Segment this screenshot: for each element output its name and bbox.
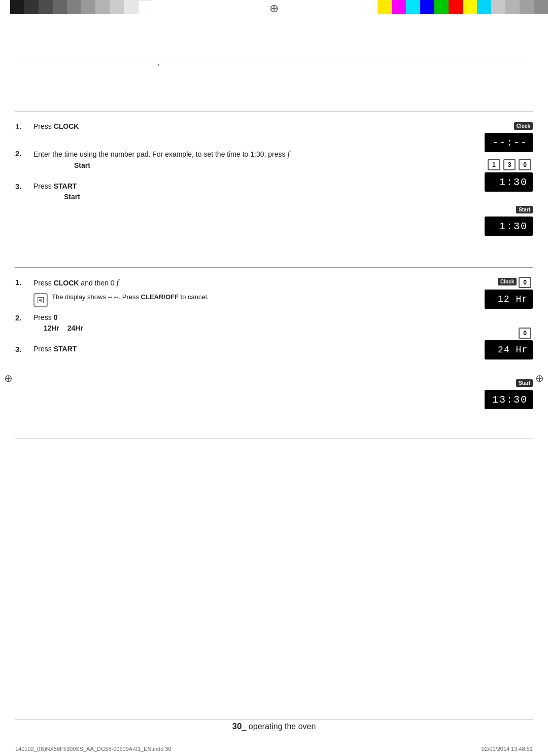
step-b1-text: Press CLOCK and then 0 f <box>33 277 469 289</box>
panel-b3: Start 13:30 <box>485 378 533 409</box>
step-a2-text: Enter the time using the number pad. For… <box>33 148 469 171</box>
display-a1: --:-- <box>485 133 533 152</box>
swatch-lighter <box>124 0 138 14</box>
step-b1-keyword: CLOCK <box>54 279 79 287</box>
step-a2-italic: f <box>287 150 289 158</box>
step-b1-italic: f <box>116 278 118 287</box>
swatch-gray2 <box>491 0 505 14</box>
section-b-divider-bottom <box>15 439 533 439</box>
page-text: _ operating the oven <box>242 722 316 731</box>
step-b2-12hr: 12Hr <box>44 324 59 332</box>
swatch-white <box>138 0 152 14</box>
display-b2: 24 Hr <box>485 340 533 359</box>
footer-rule <box>15 719 533 719</box>
badge-b2-0: 0 <box>519 328 531 339</box>
footer-bottom: 140102_(IB)NX58F5300SS_AA_DG68-00509A-01… <box>15 746 533 752</box>
panel-b2: 0 24 Hr <box>485 328 533 359</box>
swatch-gray5 <box>534 0 548 14</box>
registration-mark-left: ⊕ <box>4 372 13 384</box>
swatch-black <box>10 0 24 14</box>
panel-a2: 1 3 0 1:30 <box>485 159 533 192</box>
section-a-divider-bottom <box>15 267 533 268</box>
footer-date: 02/01/2014 13:48:51 <box>482 746 533 752</box>
badge-b1-0: 0 <box>519 277 531 288</box>
swatch-red <box>449 0 463 14</box>
step-a3: 3. Press START Start <box>15 181 469 202</box>
swatch-cyan2 <box>477 0 491 14</box>
footer-text: 30_ operating the oven <box>232 722 316 732</box>
badge-0: 0 <box>519 159 531 170</box>
clock-btn-label-a1: Clock <box>514 122 533 130</box>
swatch-light1 <box>81 0 95 14</box>
step-a1-keyword: CLOCK <box>54 122 79 130</box>
main-content: 1. Press CLOCK 2. Enter the time using t… <box>15 71 533 715</box>
clearoff-keyword: CLEAR/OFF <box>141 293 179 301</box>
swatch-dark3 <box>53 0 67 14</box>
step-a2-start: Start <box>74 161 90 169</box>
display-b1: 12 Hr <box>485 290 533 309</box>
panel-a3: Start 1:30 <box>485 205 533 236</box>
swatch-green <box>434 0 449 14</box>
step-b3-text: Press START <box>33 344 469 354</box>
note-text: The display shows -- --. Press CLEAR/OFF… <box>52 293 209 301</box>
step-b3-num: 3. <box>15 344 33 353</box>
display-a2: 1:30 <box>485 172 533 192</box>
step-a3-keyword: START <box>54 182 77 190</box>
step-a2-num: 2. <box>15 148 33 158</box>
registration-mark-top: ⊕ <box>269 2 279 15</box>
display-b3: 13:30 <box>485 390 533 409</box>
swatch-light3 <box>110 0 124 14</box>
badge-1: 1 <box>488 159 500 170</box>
step-a3-text: Press START Start <box>33 181 469 202</box>
swatch-gray <box>67 0 81 14</box>
swatch-dark2 <box>39 0 53 14</box>
swatch-yellow <box>378 0 392 14</box>
step-b2: 2. Press 0 12Hr 24Hr <box>15 312 469 334</box>
swatch-blue <box>420 0 434 14</box>
swatch-magenta <box>392 0 406 14</box>
step-a2: 2. Enter the time using the number pad. … <box>15 148 469 171</box>
clock-btn-label-b1: Clock <box>498 278 517 285</box>
swatch-cyan <box>406 0 420 14</box>
breadcrumb: › <box>157 61 159 68</box>
step-a1-num: 1. <box>15 121 33 131</box>
step-b3: 3. Press START <box>15 344 469 354</box>
step-a3-num: 3. <box>15 181 33 191</box>
panel-a1: Clock --:-- <box>485 121 533 152</box>
step-b1: 1. Press CLOCK and then 0 f <box>15 277 469 289</box>
note-icon <box>33 293 48 307</box>
step-b2-text: Press 0 12Hr 24Hr <box>33 312 469 334</box>
step-b2-24hr: 24Hr <box>67 324 83 332</box>
note-b1: The display shows -- --. Press CLEAR/OFF… <box>33 293 469 307</box>
badge-3: 3 <box>503 159 516 170</box>
step-a1: 1. Press CLOCK <box>15 121 469 132</box>
start-btn-label-b3: Start <box>516 379 533 387</box>
top-rule <box>15 56 533 56</box>
start-btn-label-a3: Start <box>516 206 533 213</box>
step-a3-start: Start <box>64 193 80 201</box>
step-b2-num: 2. <box>15 312 33 322</box>
display-a3: 1:30 <box>485 217 533 236</box>
panel-b1: Clock 0 12 Hr <box>485 277 533 309</box>
registration-mark-right: ⊕ <box>535 372 544 384</box>
swatch-yellow2 <box>463 0 477 14</box>
swatch-gray3 <box>505 0 520 14</box>
step-b3-keyword: START <box>54 345 77 353</box>
footer-filename: 140102_(IB)NX58F5300SS_AA_DG68-00509A-01… <box>15 746 172 752</box>
color-bar: ⊕ <box>0 0 548 14</box>
swatch-gray4 <box>520 0 534 14</box>
section-a-divider-top <box>15 112 533 112</box>
swatch-dark1 <box>24 0 39 14</box>
page-number: 30 <box>232 722 242 731</box>
step-a1-text: Press CLOCK <box>33 121 469 132</box>
step-b1-num: 1. <box>15 277 33 286</box>
swatch-light2 <box>95 0 110 14</box>
